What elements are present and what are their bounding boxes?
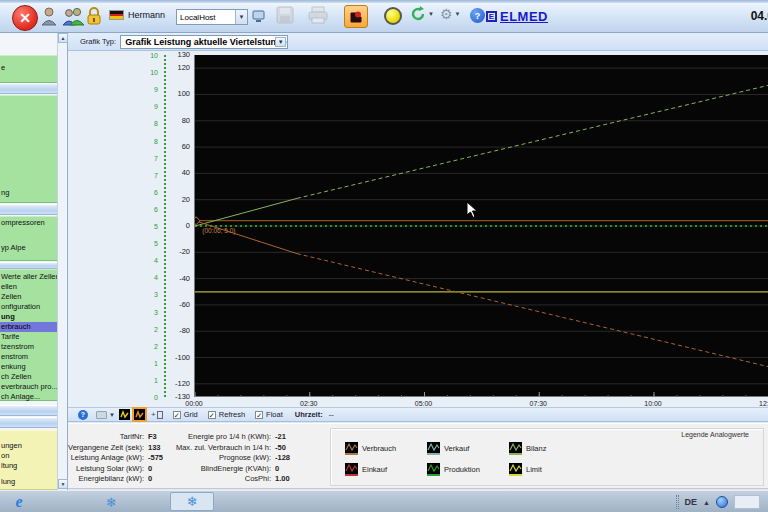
network-computer-icon[interactable] [252, 10, 266, 23]
zoom-mode-active-icon[interactable] [134, 409, 145, 420]
user-name-label: Hermann [128, 10, 165, 20]
chevron-down-icon[interactable]: ▼ [275, 37, 286, 47]
lock-icon[interactable] [86, 6, 102, 26]
y2-tick-label: 8 [144, 120, 158, 128]
y-tick-label: 130 [162, 51, 190, 59]
legend-item: Verbrauch [345, 442, 396, 455]
alarm-log-button[interactable] [344, 5, 368, 28]
sidebar-item[interactable]: Tarife [1, 332, 57, 342]
sidebar-section-header[interactable] [0, 204, 57, 215]
stat-label: TarifNr: [24, 432, 144, 441]
uhrzeit-value: -- [329, 410, 334, 419]
navigation-sidebar: engompressorenyp AlpeWerte aller Zellene… [0, 33, 68, 490]
tray-expand-icon[interactable]: ▲ [703, 499, 710, 506]
chart-type-select[interactable]: Grafik Leistung aktuelle Viertelstunde ▼ [120, 35, 288, 49]
sidebar-item[interactable]: erbrauch [0, 322, 57, 332]
stat-label: CosPhi: [151, 474, 271, 483]
sidebar-section [0, 95, 57, 203]
help-icon[interactable]: ? [470, 8, 485, 23]
tray-grip [676, 495, 679, 509]
y2-tick-label: 7 [144, 155, 158, 163]
host-combobox[interactable]: LocalHost ▼ [176, 9, 248, 25]
chevron-down-icon[interactable]: ▼ [455, 11, 461, 17]
stat-label: Energiebilanz (kW): [24, 474, 144, 483]
legend-item: Bilanz [509, 442, 546, 455]
legend-title: Legende Analogwerte [681, 431, 749, 438]
chevron-down-icon[interactable]: ▼ [235, 10, 247, 24]
exit-button[interactable]: ✕ [12, 5, 38, 31]
sidebar-item[interactable]: Zellen [1, 292, 57, 302]
expand-icon[interactable]: + [151, 410, 163, 419]
sidebar-section-header[interactable] [0, 417, 57, 428]
snowflake-app-icon[interactable]: ❄ [100, 493, 122, 511]
chart-type-value: Grafik Leistung aktuelle Viertelstunde [125, 37, 286, 47]
chart-type-bar: Grafik Typ: Grafik Leistung aktuelle Vie… [68, 33, 768, 51]
stat-value: 0 [275, 464, 279, 473]
plot-area[interactable] [194, 55, 768, 397]
uhrzeit-label: Uhrzeit: [295, 410, 323, 419]
sidebar-item[interactable]: yp Alpe [1, 243, 57, 253]
sidebar-section-header[interactable] [0, 83, 57, 94]
y2-tick-label: 3 [144, 291, 158, 299]
checkbox-label: Float [266, 410, 283, 419]
users-icon[interactable] [62, 6, 84, 26]
sidebar-item[interactable]: ellen [1, 282, 57, 292]
sidebar-scrollbar[interactable]: ▲ ▼ [57, 33, 67, 490]
legend-label: Limit [526, 465, 542, 474]
checkbox-box[interactable]: ✓ [173, 411, 181, 419]
legend-item: Einkauf [345, 463, 387, 476]
active-app-taskbar-button[interactable]: ❄ [170, 492, 214, 511]
settings-gear-icon[interactable]: ⚙▼ [440, 6, 461, 22]
chart-toolbar-checkboxes: ✓Grid✓Refresh✓Float [163, 410, 283, 419]
print-icon[interactable] [308, 6, 328, 24]
checkbox-float[interactable]: ✓Float [255, 410, 283, 419]
sidebar-item[interactable]: enkung [1, 362, 57, 372]
checkbox-box[interactable]: ✓ [208, 411, 216, 419]
sidebar-item[interactable]: e [1, 63, 57, 73]
chart-print-icon[interactable]: ▼ [96, 411, 115, 419]
legend-panel: Legende Analogwerte VerbrauchVerkaufBila… [330, 428, 764, 486]
sidebar-item[interactable]: enstrom [1, 352, 57, 362]
chart-toolbar: ? ▼ + ✓Grid✓Refresh✓Float Uhrzeit: -- [68, 407, 768, 422]
language-indicator[interactable]: DE [685, 497, 698, 507]
refresh-icon[interactable]: ▼ [410, 6, 434, 22]
y-tick-label: -60 [162, 301, 190, 309]
brand-logo-icon: E [486, 11, 497, 22]
y2-tick-label: 0 [144, 394, 158, 402]
sidebar-item[interactable]: ch Anlage... [1, 392, 57, 402]
zoom-mode-icon[interactable] [119, 409, 130, 420]
save-icon[interactable] [276, 6, 294, 24]
stat-label: Leistung Anlage (kW): [24, 453, 144, 462]
taskbar: e ❄ ❄ DE ▲ [0, 490, 768, 512]
scroll-up-icon[interactable]: ▲ [58, 33, 68, 43]
chart-area: 10109988776655443322110 1301201008060402… [68, 51, 768, 407]
legend-item: Limit [509, 463, 542, 476]
sidebar-item[interactable]: tzenstrom [1, 342, 57, 352]
checkbox-box[interactable]: ✓ [255, 411, 263, 419]
user-icon[interactable] [40, 6, 58, 26]
y2-tick-label: 5 [144, 240, 158, 248]
sidebar-item[interactable]: onfiguration [1, 302, 57, 312]
plot-annotation: (00:06; 5.0) [202, 227, 235, 234]
y2-tick-label: 6 [144, 206, 158, 214]
series-verbrauch-prognose [297, 254, 768, 384]
y2-tick-label: 6 [144, 189, 158, 197]
checkbox-grid[interactable]: ✓Grid [173, 410, 198, 419]
sidebar-item[interactable]: everbrauch pro... [1, 382, 57, 392]
sidebar-item[interactable]: ompressoren [1, 218, 57, 228]
chevron-down-icon[interactable]: ▼ [428, 11, 434, 17]
y-tick-label: 80 [162, 117, 190, 125]
sidebar-section-header[interactable] [0, 262, 57, 269]
browser-icon[interactable]: e [8, 493, 30, 511]
network-globe-icon[interactable] [716, 496, 728, 508]
chart-help-icon[interactable]: ? [78, 410, 88, 420]
sidebar-item[interactable]: ch Zellen [1, 372, 57, 382]
stat-value: -128 [275, 453, 290, 462]
checkbox-refresh[interactable]: ✓Refresh [208, 410, 245, 419]
plot-svg [195, 55, 768, 397]
sidebar-section-header[interactable] [0, 405, 57, 416]
sidebar-item[interactable]: ng [1, 188, 57, 198]
sidebar-item[interactable]: ung [1, 312, 57, 322]
sidebar-item[interactable]: Werte aller Zellen [1, 272, 57, 282]
series-bilanz-prognose [297, 69, 768, 199]
